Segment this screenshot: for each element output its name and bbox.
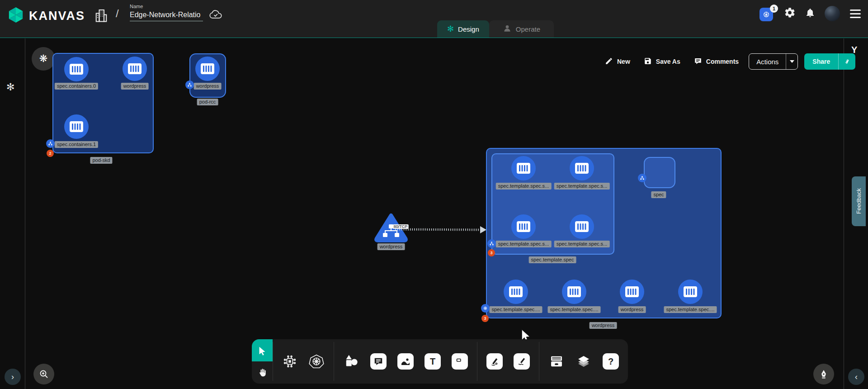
new-button[interactable]: New bbox=[601, 57, 634, 66]
hamburger-menu-icon[interactable] bbox=[849, 7, 862, 21]
draw-freehand-icon[interactable] bbox=[514, 353, 530, 370]
context-count-badge: 1 bbox=[770, 5, 778, 13]
copy-link-button[interactable] bbox=[838, 53, 855, 70]
node-deploy-container-1[interactable] bbox=[562, 280, 586, 304]
comments-button[interactable]: Comments bbox=[690, 57, 742, 66]
node-label: wordpress bbox=[618, 306, 646, 313]
container-icon bbox=[575, 221, 589, 232]
actions-dropdown-button[interactable] bbox=[786, 53, 797, 70]
help-icon[interactable]: ? bbox=[603, 353, 619, 370]
error-count-badge[interactable]: 3 bbox=[481, 315, 489, 322]
node-template-container-3[interactable] bbox=[570, 214, 594, 239]
save-icon bbox=[644, 57, 652, 66]
note-icon[interactable] bbox=[452, 353, 468, 370]
actions-button[interactable]: Actions bbox=[749, 58, 786, 66]
toolbar-section-annotate: T bbox=[334, 339, 477, 384]
sitemap-badge-icon[interactable] bbox=[487, 239, 496, 248]
shapes-icon[interactable] bbox=[343, 353, 359, 370]
zoom-in-button[interactable] bbox=[33, 364, 54, 384]
design-name-input[interactable] bbox=[130, 10, 203, 21]
container-icon bbox=[625, 286, 639, 298]
node-template-container-1[interactable] bbox=[570, 156, 594, 180]
kubernetes-badge-icon[interactable] bbox=[481, 304, 490, 313]
left-rail: ✻ › bbox=[0, 38, 25, 389]
component-icon[interactable] bbox=[282, 354, 297, 369]
help-glyph: ? bbox=[608, 356, 613, 367]
cluster-label-pod-skd: pod-skd bbox=[90, 157, 112, 164]
kubernetes-tool-icon[interactable] bbox=[308, 353, 325, 370]
user-avatar[interactable] bbox=[825, 6, 840, 21]
container-icon bbox=[567, 286, 581, 298]
save-as-button[interactable]: Save As bbox=[640, 57, 684, 66]
settings-gear-icon[interactable] bbox=[784, 7, 796, 20]
node-deploy-container-0[interactable] bbox=[504, 280, 528, 304]
image-icon[interactable] bbox=[397, 353, 414, 370]
error-count-badge[interactable]: 2 bbox=[47, 150, 54, 157]
breadcrumb-separator: / bbox=[116, 7, 119, 20]
cluster-spec-template-spec[interactable] bbox=[491, 153, 614, 255]
node-label: wordpress bbox=[194, 83, 222, 90]
node-spec-containers-0[interactable] bbox=[64, 57, 89, 81]
node-label: spec.template.spec.s... bbox=[554, 241, 610, 247]
link-icon bbox=[843, 57, 851, 66]
new-label: New bbox=[617, 58, 630, 65]
cluster-label-spec-template-spec: spec.template.spec bbox=[529, 256, 576, 263]
expand-left-panel-button[interactable]: › bbox=[5, 369, 21, 385]
brand[interactable]: KANVAS bbox=[7, 6, 85, 25]
share-button[interactable]: Share bbox=[804, 58, 838, 65]
node-template-container-0[interactable] bbox=[511, 156, 536, 180]
text-glyph: T bbox=[430, 356, 435, 367]
kubernetes-context-button[interactable]: 1 bbox=[760, 6, 775, 21]
edge-label: 80/TCP bbox=[393, 224, 409, 229]
brand-name: KANVAS bbox=[29, 9, 85, 23]
node-spec[interactable] bbox=[644, 157, 675, 188]
node-label: spec.template.spec.s... bbox=[554, 183, 610, 190]
comment-tool-icon[interactable] bbox=[370, 353, 387, 370]
feedback-label: Feedback bbox=[855, 188, 862, 214]
notifications-bell-icon[interactable] bbox=[805, 7, 816, 20]
tab-operate-label: Operate bbox=[516, 25, 540, 33]
expand-right-panel-button[interactable]: ‹ bbox=[848, 369, 864, 385]
node-deploy-container-3[interactable] bbox=[678, 280, 703, 304]
archive-icon[interactable] bbox=[548, 353, 565, 370]
canvas-actions-row: New Save As Comments Actions Share bbox=[601, 53, 855, 70]
actions-split-button: Actions bbox=[749, 53, 798, 70]
service-label: wordpress bbox=[377, 243, 405, 250]
operate-mode-icon bbox=[503, 24, 512, 34]
container-icon bbox=[575, 162, 589, 174]
sitemap-badge-icon[interactable] bbox=[638, 174, 646, 182]
node-deploy-container-2[interactable] bbox=[620, 280, 644, 304]
layers-icon[interactable] bbox=[576, 353, 592, 370]
node-spec-containers-1[interactable] bbox=[64, 114, 89, 139]
tab-operate[interactable]: Operate bbox=[489, 20, 554, 38]
node-label: spec.containers.0 bbox=[55, 83, 98, 90]
tab-design[interactable]: ✻ Design bbox=[437, 20, 489, 38]
node-label: spec.template.spec.... bbox=[490, 306, 542, 313]
toolbar-section-components bbox=[273, 339, 334, 384]
pan-tool[interactable] bbox=[252, 361, 273, 384]
select-tool[interactable] bbox=[252, 339, 273, 361]
tab-design-label: Design bbox=[458, 25, 479, 33]
kanvas-app: KANVAS / Name ✻ Design bbox=[0, 0, 868, 389]
toolbar-section-manage: ? bbox=[539, 339, 628, 384]
node-label: spec.template.spec.... bbox=[548, 306, 601, 313]
feedback-tab[interactable]: Feedback bbox=[852, 176, 866, 226]
top-bar: KANVAS / Name ✻ Design bbox=[0, 0, 868, 38]
node-wordpress-container[interactable] bbox=[123, 57, 147, 81]
design-name-block: Name bbox=[130, 4, 203, 21]
sitemap-badge-icon[interactable] bbox=[46, 139, 55, 148]
draw-path-icon[interactable] bbox=[486, 353, 503, 370]
sitemap-badge-icon[interactable] bbox=[185, 81, 194, 89]
node-label: wordpress bbox=[121, 83, 149, 90]
text-tool-icon[interactable]: T bbox=[425, 353, 441, 370]
organization-icon[interactable] bbox=[93, 7, 109, 25]
node-action-snowflake-icon[interactable]: ❋ bbox=[32, 47, 55, 71]
container-icon bbox=[69, 121, 84, 133]
meshery-spiral-icon[interactable]: ✻ bbox=[6, 81, 14, 93]
pen-nib-button[interactable] bbox=[813, 364, 834, 384]
error-count-badge[interactable]: 3 bbox=[488, 249, 495, 256]
node-template-container-2[interactable] bbox=[511, 214, 536, 239]
node-wordpress-container[interactable] bbox=[195, 57, 220, 81]
cluster-label-wordpress: wordpress bbox=[590, 322, 617, 329]
top-right-controls: 1 bbox=[760, 6, 862, 21]
